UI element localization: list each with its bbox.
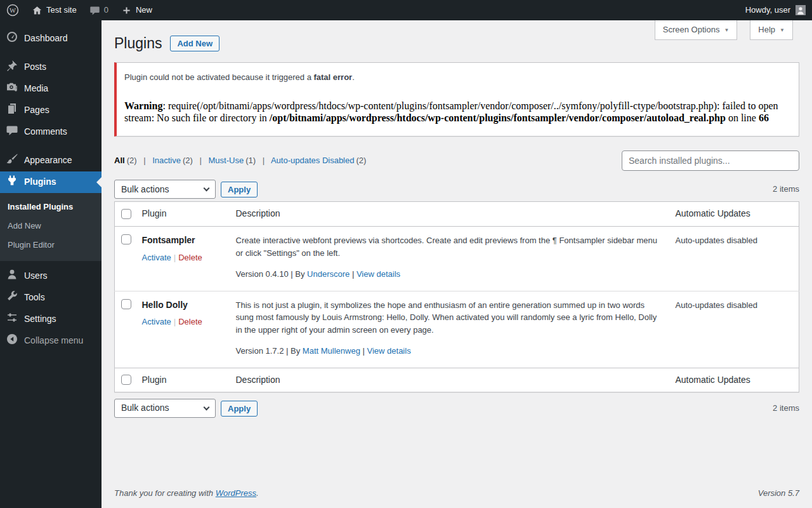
- page-wrap: Plugins Add New Plugin could not be acti…: [114, 33, 799, 418]
- plugin-name: Fontsampler: [142, 234, 223, 247]
- auto-updates-status: Auto-updates disabled: [676, 236, 757, 245]
- filter-must-use[interactable]: Must-Use: [209, 156, 244, 165]
- filter-inactive[interactable]: Inactive: [152, 156, 181, 165]
- sidebar-item-users[interactable]: Users: [0, 265, 102, 287]
- column-header-auto-updates: Automatic Updates: [669, 202, 799, 227]
- sidebar-item-dashboard[interactable]: Dashboard: [0, 28, 102, 50]
- collapse-arrow-icon: [5, 333, 18, 349]
- row-actions: Activate|Delete: [142, 316, 223, 328]
- activate-link[interactable]: Activate: [142, 253, 171, 262]
- view-details-link[interactable]: View details: [367, 346, 411, 356]
- sidebar-item-posts[interactable]: Posts: [0, 57, 102, 78]
- sidebar-item-pages[interactable]: Pages: [0, 100, 102, 121]
- new-label: New: [136, 4, 152, 16]
- comments-menu[interactable]: 0: [83, 0, 115, 20]
- column-header-plugin: Plugin: [136, 202, 230, 227]
- chevron-down-icon: ▼: [724, 27, 729, 34]
- sidebar-item-comments[interactable]: Comments: [0, 121, 102, 143]
- sidebar-item-tools[interactable]: Tools: [0, 287, 102, 309]
- column-header-auto-updates: Automatic Updates: [669, 368, 799, 392]
- plugin-description: This is not just a plugin, it symbolizes…: [236, 299, 663, 337]
- wordpress-logo-menu[interactable]: W: [0, 0, 25, 20]
- sidebar-item-plugins[interactable]: Plugins: [0, 171, 102, 193]
- paintbrush-icon: [5, 152, 18, 169]
- apply-button[interactable]: Apply: [221, 401, 258, 417]
- plugin-name: Hello Dolly: [142, 299, 223, 312]
- help-button[interactable]: Help ▼: [750, 20, 793, 40]
- filter-auto-updates-disabled[interactable]: Auto-updates Disabled: [271, 156, 355, 165]
- wordpress-link[interactable]: WordPress: [216, 488, 256, 498]
- submenu-plugin-editor[interactable]: Plugin Editor: [0, 236, 102, 255]
- items-count: 2 items: [773, 403, 799, 414]
- chevron-down-icon: ▼: [780, 27, 785, 34]
- footer: Thank you for creating with WordPress. V…: [102, 481, 812, 508]
- search-plugins-input[interactable]: [622, 150, 799, 171]
- chevron-down-icon: [204, 185, 210, 192]
- sidebar-item-media[interactable]: Media: [0, 78, 102, 100]
- plus-icon: [121, 5, 132, 16]
- sliders-icon: [5, 311, 18, 328]
- account-menu[interactable]: Howdy, user: [739, 0, 812, 20]
- row-checkbox[interactable]: [121, 234, 131, 244]
- plugins-submenu: Installed Plugins Add New Plugin Editor: [0, 193, 102, 261]
- bulk-actions-select[interactable]: Bulk actions: [114, 399, 216, 418]
- apply-button[interactable]: Apply: [221, 182, 258, 197]
- admin-bar: W Test site 0 New Howdy, user: [0, 0, 812, 20]
- admin-bar-left: W Test site 0 New: [0, 0, 159, 20]
- main-content: Screen Options ▼ Help ▼ Plugins Add New …: [102, 20, 812, 508]
- user-icon: [5, 268, 18, 284]
- auto-updates-status: Auto-updates disabled: [676, 300, 757, 310]
- notice-message: Plugin could not be activated because it…: [124, 70, 791, 84]
- screen-meta-links: Screen Options ▼ Help ▼: [655, 20, 793, 40]
- submenu-installed-plugins[interactable]: Installed Plugins: [0, 197, 102, 217]
- comment-bubble-icon: [5, 124, 18, 140]
- site-name: Test site: [46, 4, 77, 16]
- table-footer-row: Plugin Description Automatic Updates: [115, 368, 799, 392]
- author-link[interactable]: Underscore: [307, 269, 350, 279]
- delete-link[interactable]: Delete: [178, 253, 202, 262]
- collapse-menu-button[interactable]: Collapse menu: [0, 330, 102, 352]
- plug-icon: [5, 174, 18, 190]
- admin-bar-right: Howdy, user: [739, 0, 812, 20]
- submenu-add-new[interactable]: Add New: [0, 217, 102, 236]
- row-checkbox[interactable]: [121, 299, 131, 309]
- column-header-description: Description: [230, 368, 669, 392]
- row-actions: Activate|Delete: [142, 252, 223, 264]
- select-all-checkbox[interactable]: [121, 209, 131, 219]
- list-controls: All(2) | Inactive(2) | Must-Use(1) | Aut…: [114, 150, 799, 171]
- tablenav-bottom: Bulk actions Apply 2 items: [114, 399, 799, 418]
- sidebar-item-appearance[interactable]: Appearance: [0, 150, 102, 171]
- bulk-actions-select[interactable]: Bulk actions: [114, 180, 216, 199]
- home-icon: [32, 5, 43, 16]
- avatar: [796, 5, 806, 15]
- sidebar-item-settings[interactable]: Settings: [0, 309, 102, 330]
- select-all-checkbox[interactable]: [121, 375, 131, 385]
- activate-link[interactable]: Activate: [142, 317, 171, 326]
- items-count: 2 items: [773, 184, 799, 195]
- author-link[interactable]: Matt Mullenweg: [303, 346, 360, 356]
- plugin-status-filters: All(2) | Inactive(2) | Must-Use(1) | Aut…: [114, 155, 366, 166]
- menu-separator: [0, 50, 102, 57]
- chevron-down-icon: [204, 404, 210, 410]
- table-row-hello-dolly: Hello Dolly Activate|Delete This is not …: [115, 291, 799, 368]
- view-details-link[interactable]: View details: [357, 269, 400, 279]
- delete-link[interactable]: Delete: [178, 317, 202, 326]
- menu-separator: [0, 261, 102, 265]
- add-new-button[interactable]: Add New: [170, 36, 219, 51]
- footer-version: Version 5.7: [758, 488, 799, 499]
- comment-bubble-icon: [89, 5, 100, 16]
- dashboard-icon: [5, 30, 18, 47]
- plugin-description: Create interactive webfont previews via …: [236, 234, 663, 259]
- new-menu[interactable]: New: [115, 0, 159, 20]
- camera-icon: [5, 81, 18, 97]
- search-box: [622, 150, 799, 171]
- sidebar: Dashboard Posts Media Pages Comments App…: [0, 20, 102, 508]
- page-title: Plugins: [114, 34, 162, 53]
- wordpress-logo-icon: W: [6, 4, 19, 17]
- error-notice: Plugin could not be activated because it…: [114, 62, 799, 137]
- screen-options-button[interactable]: Screen Options ▼: [655, 20, 738, 40]
- php-warning-message: Warning: require(/opt/bitnami/apps/wordp…: [124, 100, 791, 124]
- site-menu[interactable]: Test site: [25, 0, 83, 20]
- filter-all[interactable]: All: [114, 156, 125, 165]
- comments-count: 0: [104, 4, 108, 16]
